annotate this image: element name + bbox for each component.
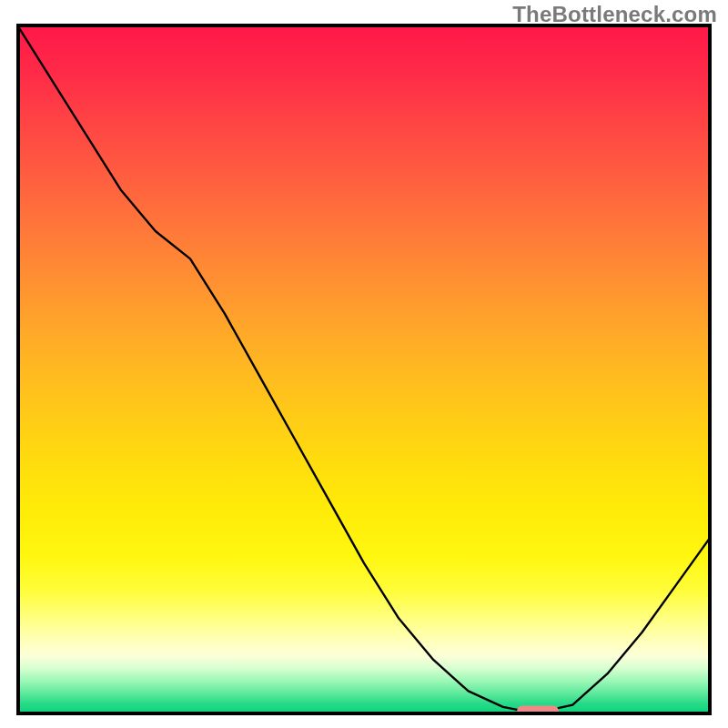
optimal-range-marker xyxy=(517,705,559,715)
chart-container: TheBottleneck.com xyxy=(0,0,728,728)
curve-group xyxy=(16,24,712,711)
marker-group xyxy=(517,705,559,715)
chart-overlay xyxy=(16,24,712,715)
plot-area xyxy=(16,24,712,715)
bottleneck-curve xyxy=(16,24,712,711)
